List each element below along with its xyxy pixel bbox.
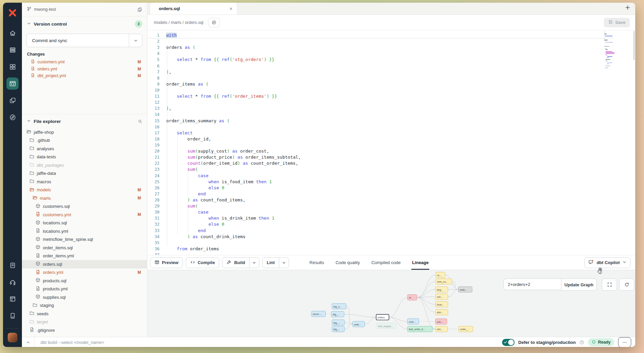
tree-item-metricflow-time-spine-sql[interactable]: metricflow_time_spine.sql <box>22 235 147 244</box>
tree-item-dbt-packages[interactable]: dbt_packages <box>22 161 147 169</box>
changed-file-row[interactable]: dbt_project.yml M <box>22 72 147 79</box>
lineage-node[interactable]: drin... <box>435 310 448 315</box>
dbt-copilot-button[interactable]: dbt Copilot <box>584 257 631 268</box>
tree-item-order-items-sql[interactable]: order_items.sql <box>22 244 147 252</box>
code-line: sum( <box>166 203 608 209</box>
tab-lineage[interactable]: Lineage <box>412 255 429 270</box>
code-content[interactable]: withorders as ( select * from {{ ref('st… <box>166 32 608 255</box>
new-tab-button[interactable] <box>625 5 631 10</box>
tree-item-locations-sql[interactable]: locations.sql <box>22 219 147 227</box>
command-input[interactable]: dbt build --select <model_name> <box>40 340 502 345</box>
tab-orders-sql[interactable]: orders.sql <box>150 3 237 14</box>
tab-results[interactable]: Results <box>310 255 324 270</box>
lineage-node[interactable]: food... <box>435 301 448 307</box>
device-icon[interactable] <box>6 310 19 322</box>
lineage-node[interactable]: test_supply... <box>377 323 397 329</box>
changed-file-row[interactable]: orders.yml M <box>22 66 147 73</box>
tree-item-marts[interactable]: marts M <box>22 194 147 202</box>
commit-and-sync-button[interactable]: Commit and sync <box>26 34 142 47</box>
chevron-up-icon[interactable] <box>22 337 34 347</box>
version-control-header[interactable]: Version control 3 <box>22 20 147 28</box>
tree-item-customers-sql[interactable]: customers.sql <box>22 202 147 211</box>
lineage-node[interactable]: stg_... <box>332 320 345 325</box>
refresh-icon[interactable] <box>619 279 634 291</box>
lint-button[interactable]: Lint <box>262 257 289 268</box>
lineage-node[interactable]: cus... <box>435 319 447 324</box>
tree-item-target[interactable]: target <box>22 318 147 326</box>
docs-icon[interactable] <box>6 293 19 305</box>
lineage-node[interactable]: or... <box>407 295 417 300</box>
lineage-node[interactable]: stg_o... <box>332 303 346 309</box>
defer-toggle[interactable] <box>502 339 515 346</box>
fullscreen-icon[interactable] <box>602 279 617 291</box>
duplicate-icon[interactable] <box>137 7 142 12</box>
tree-item-macros[interactable]: macros <box>22 178 147 186</box>
lineage-node[interactable]: test_order_it... <box>407 326 432 332</box>
more-options-button[interactable] <box>618 337 631 347</box>
preview-button[interactable]: Preview <box>150 257 183 268</box>
tree-item-products-sql[interactable]: products.sql <box>22 277 147 285</box>
tree-item-locations-yml[interactable]: locations.yml <box>22 227 147 235</box>
grid-icon[interactable] <box>6 61 19 73</box>
home-icon[interactable] <box>6 27 19 39</box>
tree-item--github[interactable]: .github <box>22 136 147 145</box>
chevron-down-icon[interactable] <box>249 258 259 268</box>
save-button[interactable]: Save <box>604 18 630 27</box>
tab-code-quality[interactable]: Code quality <box>335 255 360 270</box>
lineage-node[interactable]: cust... <box>407 319 419 324</box>
tree-item-supplies-sql[interactable]: supplies.sql <box>22 293 147 301</box>
lineage-node[interactable]: orders <box>376 314 389 320</box>
file-explorer-header[interactable]: File explorer <box>22 117 147 126</box>
code-editor[interactable]: 1234567891011121314151617181920212223242… <box>147 30 635 255</box>
lineage-node[interactable]: stg_... <box>332 326 345 332</box>
lineage-node[interactable]: ecom.... <box>312 311 326 317</box>
tree-item-staging[interactable]: staging <box>22 301 147 310</box>
lineage-node[interactable]: larg... <box>435 287 448 292</box>
lineage-node[interactable]: order_... <box>459 326 473 332</box>
compile-button[interactable]: Compile <box>186 257 219 268</box>
code-line: from order_items <box>166 246 608 252</box>
tree-item-customers-yml[interactable]: customers.yml M <box>22 211 147 219</box>
tree-item-orders-yml[interactable]: orders.yml M <box>22 268 147 277</box>
compass-icon[interactable] <box>6 111 19 123</box>
chevron-down-icon[interactable] <box>279 258 289 268</box>
help-question-icon[interactable] <box>579 340 584 345</box>
scrollbar-thumb[interactable] <box>634 31 635 60</box>
tab-compiled-code[interactable]: Compiled code <box>371 255 401 270</box>
commit-dropdown-button[interactable] <box>129 34 142 47</box>
minimap[interactable] <box>604 32 625 93</box>
stack-icon[interactable] <box>6 44 19 56</box>
changed-file-row[interactable]: customers.yml M <box>22 59 147 66</box>
compass-icon[interactable] <box>208 18 220 27</box>
lineage-filter-input[interactable] <box>503 279 561 290</box>
tree-item-models[interactable]: models M <box>22 186 147 194</box>
status-badge[interactable]: Ready <box>588 338 614 346</box>
tree-item-jaffle-shop[interactable]: jaffle-shop <box>22 128 147 136</box>
build-button[interactable]: Build <box>222 257 259 268</box>
tree-item-jaffle-data[interactable]: jaffle-data <box>22 169 147 178</box>
windows-icon[interactable] <box>6 94 19 106</box>
lineage-node[interactable]: or... <box>436 272 445 278</box>
clipboard-icon[interactable] <box>6 259 19 271</box>
lineage-node[interactable]: stg_... <box>331 312 344 317</box>
lineage-node[interactable]: orde... <box>458 287 472 292</box>
tree-item-data-tests[interactable]: data-tests <box>22 153 147 161</box>
headset-icon[interactable] <box>6 276 19 288</box>
code-editor-icon[interactable] <box>6 77 19 90</box>
lineage-node[interactable]: ord... <box>435 294 448 300</box>
tree-item--gitignore[interactable]: .gitignore <box>22 326 147 334</box>
user-avatar[interactable] <box>8 333 17 342</box>
tree-item-products-yml[interactable]: products.yml <box>22 285 147 293</box>
wrench-icon <box>227 260 232 266</box>
tree-item-orders-sql[interactable]: orders.sql <box>22 260 147 268</box>
lineage-node[interactable]: orde... <box>353 321 365 327</box>
lineage-node[interactable]: new_cu... <box>436 279 452 284</box>
tree-item-seeds[interactable]: seeds <box>22 310 147 318</box>
search-icon[interactable] <box>138 119 142 124</box>
update-graph-button[interactable]: Update Graph <box>561 279 597 291</box>
tree-item-analyses[interactable]: analyses <box>22 145 147 153</box>
lineage-node[interactable]: ord... <box>435 326 447 332</box>
close-icon[interactable] <box>229 7 233 11</box>
tree-item-order-items-yml[interactable]: order_items.yml <box>22 252 147 260</box>
dbt-logo-icon[interactable] <box>6 7 19 19</box>
